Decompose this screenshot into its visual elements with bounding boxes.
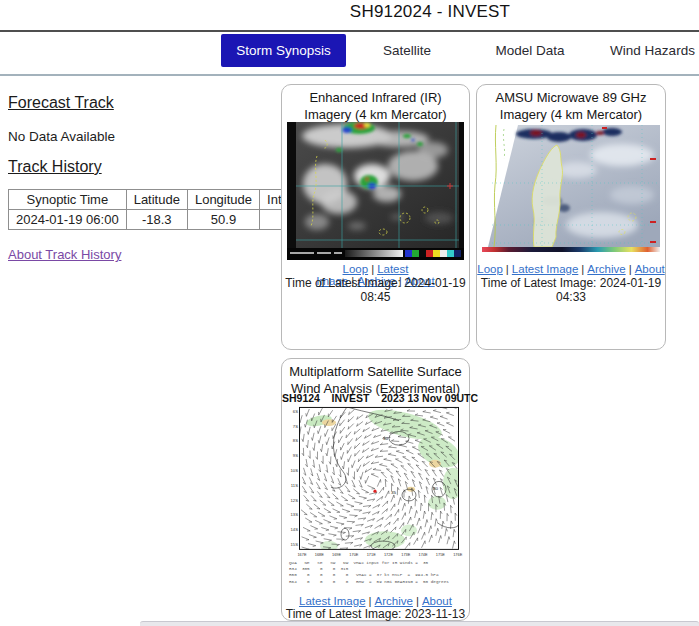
- forecast-track-heading: Forecast Track: [8, 94, 114, 112]
- wind-stats-line: QUA NE SE SW NW VMAX input for IR Winds …: [289, 560, 429, 565]
- table-header-row: Synoptic Time Latitude Longitude Intensi…: [9, 190, 323, 210]
- contour-label: 35: [391, 490, 397, 495]
- axis-tick-label: 11S: [291, 483, 298, 488]
- contour-label: 30: [433, 486, 439, 491]
- amsu-latest-time: Time of Latest Image: 2024-01-19 04:33: [477, 276, 665, 304]
- ir-loop-link[interactable]: Loop: [343, 263, 369, 275]
- axis-tick-label: 14S: [291, 527, 299, 532]
- wind-stats-line: R50 0 0 0 0 VMAX = 37 kt MSLP = 994.5 hP…: [289, 572, 439, 577]
- storm-page: SH912024 - INVEST Storm Synopsis Satelli…: [0, 0, 699, 626]
- wind-stats-line: R34 305 0 0 315: [289, 566, 349, 571]
- col-synoptic-time: Synoptic Time: [9, 190, 127, 210]
- cell-synoptic-time: 2024-01-19 06:00: [9, 210, 127, 230]
- axis-tick-label: 9S: [293, 453, 298, 458]
- amsu-archive-link[interactable]: Archive: [587, 263, 625, 275]
- tabbar-divider: [0, 74, 699, 76]
- ir-latest-time: Time of Latest Image: 2024-01-19 08:45: [282, 276, 469, 304]
- wind-archive-link[interactable]: Archive: [375, 595, 413, 607]
- tab-wind-hazards[interactable]: Wind Hazards: [606, 34, 699, 67]
- axis-tick-label: 8S: [293, 438, 298, 443]
- axis-tick-label: 170E: [349, 553, 359, 557]
- axis-tick-label: 174E: [419, 553, 429, 557]
- separator: |: [629, 263, 632, 275]
- amsu-imagery-panel: AMSU Microwave 89 GHz Imagery (4 km Merc…: [476, 84, 666, 350]
- separator: |: [369, 595, 372, 607]
- axis-tick-label: 12S: [291, 498, 299, 503]
- ir-satellite-image[interactable]: [287, 122, 464, 260]
- col-latitude: Latitude: [126, 190, 187, 210]
- wind-analysis-panel: Multiplatform Satellite Surface Wind Ana…: [281, 358, 470, 621]
- axis-tick-label: 171E: [367, 553, 377, 557]
- amsu-loop-link[interactable]: Loop: [477, 263, 503, 275]
- separator: |: [581, 263, 584, 275]
- bottom-edge-bar: [140, 621, 699, 626]
- axis-tick-label: 172E: [384, 553, 394, 557]
- axis-tick-label: 169E: [332, 553, 342, 557]
- axis-tick-label: 15S: [291, 542, 299, 547]
- page-title: SH912024 - INVEST: [160, 2, 699, 22]
- wind-about-link[interactable]: About: [422, 595, 452, 607]
- amsu-satellite-image[interactable]: [482, 125, 660, 252]
- amsu-latest-image-link[interactable]: Latest Image: [512, 263, 578, 275]
- amsu-panel-title: AMSU Microwave 89 GHz Imagery (4 km Merc…: [477, 90, 665, 124]
- axis-tick-label: 173E: [401, 553, 411, 557]
- axis-tick-label: 7S: [293, 424, 298, 429]
- axis-tick-label: 167E: [297, 553, 307, 557]
- axis-tick-label: 175E: [436, 553, 446, 557]
- axis-tick-label: 176E: [453, 553, 463, 557]
- wind-links: Latest Image|Archive|About: [282, 595, 469, 607]
- cell-longitude: 50.9: [187, 210, 259, 230]
- tab-model-data[interactable]: Model Data: [484, 34, 576, 67]
- axis-tick-label: 6S: [293, 409, 298, 414]
- about-track-history-link[interactable]: About Track History: [8, 247, 121, 262]
- separator: |: [416, 595, 419, 607]
- wind-latest-image-link[interactable]: Latest Image: [299, 595, 365, 607]
- cell-latitude: -18.3: [126, 210, 187, 230]
- separator: |: [371, 263, 374, 275]
- separator: |: [506, 263, 509, 275]
- amsu-links: Loop|Latest Image|Archive|About: [477, 263, 665, 275]
- track-history-heading: Track History: [8, 158, 102, 176]
- ir-imagery-panel: Enhanced Infrared (IR) Imagery (4 km Mer…: [281, 84, 470, 350]
- axis-tick-label: 10S: [291, 468, 299, 473]
- table-row: 2024-01-19 06:00 -18.3 50.9 20: [9, 210, 323, 230]
- tab-satellite[interactable]: Satellite: [366, 34, 448, 67]
- axis-tick-label: 13S: [291, 512, 299, 517]
- axis-tick-label: 168E: [315, 553, 325, 557]
- ir-panel-title: Enhanced Infrared (IR) Imagery (4 km Mer…: [282, 90, 469, 124]
- wind-stats-line: R64 0 0 0 0 RMW = 59 nmi BEARING = 50 de…: [289, 579, 449, 584]
- col-longitude: Longitude: [187, 190, 259, 210]
- wind-analysis-image[interactable]: 35 30 30 6S7S8S9S10S11S12S13S14S15S167E1…: [287, 405, 464, 591]
- track-history-table: Synoptic Time Latitude Longitude Intensi…: [8, 189, 323, 230]
- no-data-text: No Data Available: [8, 129, 115, 144]
- tab-storm-synopsis[interactable]: Storm Synopsis: [221, 34, 346, 67]
- header-divider: [0, 30, 699, 32]
- amsu-about-link[interactable]: About: [635, 263, 665, 275]
- contour-label: 30: [383, 436, 389, 441]
- wind-plot-header: SH9124 INVEST 2023 13 Nov 09UTC: [282, 392, 469, 404]
